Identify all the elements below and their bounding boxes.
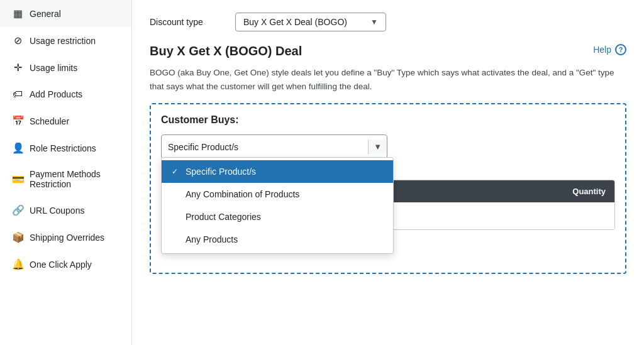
- sidebar: ▦ General ⊘ Usage restriction ✛ Usage li…: [0, 0, 132, 345]
- sidebar-item-role-restrictions[interactable]: 👤 Role Restrictions: [0, 134, 131, 162]
- dropdown-selected-value: Specific Product/s: [168, 142, 238, 152]
- sidebar-item-usage-restriction[interactable]: ⊘ Usage restriction: [0, 27, 131, 54]
- dropdown-option-label-specific: Specific Product/s: [186, 167, 256, 177]
- url-coupons-icon: 🔗: [12, 204, 23, 216]
- help-label: Help: [593, 45, 611, 55]
- role-restrictions-icon: 👤: [12, 142, 23, 154]
- sidebar-label-usage-limits: Usage limits: [30, 63, 77, 73]
- product-type-dropdown-menu: ✓ Specific Product/s Any Combination of …: [161, 157, 394, 254]
- dropdown-option-any-products[interactable]: Any Products: [162, 228, 393, 251]
- help-circle-icon: ?: [615, 44, 626, 55]
- main-content: Discount type Buy X Get X Deal (BOGO) ▼ …: [132, 0, 644, 345]
- check-icon: ✓: [172, 167, 180, 176]
- customer-buys-title: Customer Buys:: [161, 114, 615, 126]
- dropdown-option-any-combo[interactable]: Any Combination of Products: [162, 183, 393, 205]
- dropdown-chevron-button[interactable]: ▼: [368, 140, 387, 154]
- general-icon: ▦: [12, 8, 23, 19]
- sidebar-item-usage-limits[interactable]: ✛ Usage limits: [0, 54, 131, 81]
- shipping-overrides-icon: 📦: [12, 231, 23, 243]
- deal-header: Buy X Get X (BOGO) Deal Help ?: [150, 44, 626, 58]
- table-col-quantity: Quantity: [543, 187, 606, 196]
- discount-type-row: Discount type Buy X Get X Deal (BOGO) ▼: [150, 13, 626, 31]
- dropdown-option-specific[interactable]: ✓ Specific Product/s: [162, 160, 393, 183]
- sidebar-item-scheduler[interactable]: 📅 Scheduler: [0, 107, 131, 134]
- deal-title: Buy X Get X (BOGO) Deal: [150, 44, 302, 58]
- sidebar-item-url-coupons[interactable]: 🔗 URL Coupons: [0, 197, 131, 224]
- usage-limits-icon: ✛: [12, 62, 23, 74]
- product-type-dropdown-trigger[interactable]: Specific Product/s ▼: [161, 134, 387, 159]
- sidebar-label-payment-methods: Payment Methods Restriction: [30, 169, 121, 189]
- sidebar-item-payment-methods[interactable]: 💳 Payment Methods Restriction: [0, 162, 131, 197]
- discount-type-chevron-icon: ▼: [370, 18, 378, 26]
- discount-type-label: Discount type: [150, 17, 225, 27]
- discount-type-select[interactable]: Buy X Get X Deal (BOGO) ▼: [235, 13, 386, 31]
- deal-description: BOGO (aka Buy One, Get One) style deals …: [150, 66, 626, 93]
- sidebar-label-scheduler: Scheduler: [30, 116, 69, 126]
- sidebar-item-one-click-apply[interactable]: 🔔 One Click Apply: [0, 251, 131, 278]
- product-type-dropdown-wrapper: Specific Product/s ▼ ✓ Specific Product/…: [161, 134, 615, 159]
- sidebar-label-shipping-overrides: Shipping Overrides: [30, 233, 104, 243]
- sidebar-label-add-products: Add Products: [30, 89, 82, 99]
- discount-type-value: Buy X Get X Deal (BOGO): [243, 17, 347, 27]
- sidebar-label-one-click-apply: One Click Apply: [30, 260, 92, 270]
- dropdown-option-categories[interactable]: Product Categories: [162, 205, 393, 228]
- sidebar-label-url-coupons: URL Coupons: [30, 205, 84, 216]
- one-click-apply-icon: 🔔: [12, 258, 23, 270]
- sidebar-label-usage-restriction: Usage restriction: [30, 36, 96, 46]
- dropdown-option-label-any-products: Any Products: [186, 234, 238, 244]
- sidebar-item-add-products[interactable]: 🏷 Add Products: [0, 81, 131, 107]
- dropdown-option-label-categories: Product Categories: [186, 212, 261, 222]
- sidebar-label-general: General: [30, 9, 61, 19]
- help-link[interactable]: Help ?: [593, 44, 626, 55]
- sidebar-item-general[interactable]: ▦ General: [0, 0, 131, 27]
- dropdown-option-label-any-combo: Any Combination of Products: [186, 189, 299, 199]
- customer-buys-box: Customer Buys: Specific Product/s ▼ ✓ Sp…: [150, 103, 626, 274]
- sidebar-item-shipping-overrides[interactable]: 📦 Shipping Overrides: [0, 224, 131, 251]
- sidebar-label-role-restrictions: Role Restrictions: [30, 143, 96, 153]
- payment-methods-icon: 💳: [12, 173, 23, 185]
- scheduler-icon: 📅: [12, 115, 23, 127]
- usage-restriction-icon: ⊘: [12, 35, 23, 47]
- add-products-icon: 🏷: [12, 89, 23, 100]
